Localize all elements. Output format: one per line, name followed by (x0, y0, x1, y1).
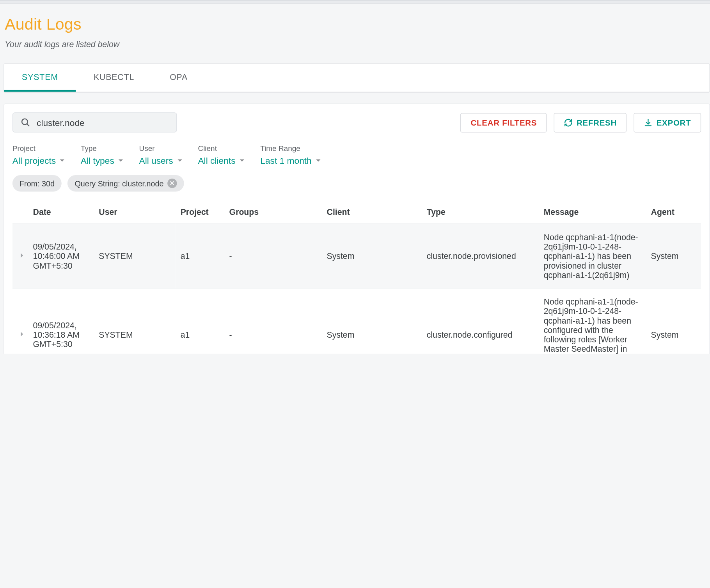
filter-range-dropdown[interactable]: Last 1 month (260, 155, 323, 165)
filter-chip[interactable]: From: 30d (12, 175, 62, 191)
filter-label: Project (12, 144, 68, 152)
filter-range: Time RangeLast 1 month (260, 144, 323, 166)
filter-project: ProjectAll projects (12, 144, 68, 166)
search-icon (20, 117, 31, 128)
cell-project: a1 (176, 288, 225, 354)
chevron-right-icon (17, 250, 27, 260)
search-input[interactable] (37, 117, 169, 128)
cell-expand (12, 224, 28, 288)
tab-kubectl[interactable]: KUBECTL (76, 64, 152, 92)
window-top-bar (0, 0, 710, 4)
filter-label: Type (81, 144, 126, 152)
tab-opa[interactable]: OPA (152, 64, 206, 92)
column-header-groups[interactable]: Groups (224, 200, 322, 224)
cell-groups: - (224, 288, 322, 354)
expand-row-button[interactable] (17, 329, 27, 338)
cell-date: 09/05/2024, 10:46:00 AM GMT+5:30 (28, 224, 94, 288)
column-header-message[interactable]: Message (539, 200, 646, 224)
cell-expand (12, 288, 28, 354)
cell-client: System (322, 224, 422, 288)
column-header-user[interactable]: User (94, 200, 176, 224)
column-header-type[interactable]: Type (422, 200, 539, 224)
export-button[interactable]: EXPORT (634, 113, 701, 132)
cell-type: cluster.node.configured (422, 288, 539, 354)
filter-panel: CLEAR FILTERS REFRESH EXPORT ProjectAll … (4, 103, 710, 354)
table-row: 09/05/2024, 10:36:18 AM GMT+5:30SYSTEMa1… (12, 288, 701, 354)
page-title: Audit Logs (5, 15, 710, 34)
refresh-icon (564, 118, 573, 127)
cell-message: Node qcphani-a1-1(node-2q61j9m-10-0-1-24… (539, 224, 646, 288)
svg-line-1 (27, 124, 29, 126)
cell-project: a1 (176, 224, 225, 288)
cell-groups: - (224, 224, 322, 288)
cell-agent: System (646, 224, 701, 288)
column-header-date[interactable]: Date (28, 200, 94, 224)
cell-user: SYSTEM (94, 288, 176, 354)
filter-user: UserAll users (139, 144, 185, 166)
filter-label: Time Range (260, 144, 323, 152)
refresh-button[interactable]: REFRESH (554, 113, 627, 132)
filter-user-dropdown[interactable]: All users (139, 155, 185, 165)
filter-project-dropdown[interactable]: All projects (12, 155, 68, 165)
filter-label: User (139, 144, 185, 152)
cell-date: 09/05/2024, 10:36:18 AM GMT+5:30 (28, 288, 94, 354)
chevron-down-icon (57, 155, 67, 165)
column-header-client[interactable]: Client (322, 200, 422, 224)
filter-client-dropdown[interactable]: All clients (198, 155, 247, 165)
column-header-project[interactable]: Project (176, 200, 225, 224)
close-icon[interactable]: ✕ (167, 179, 177, 188)
chevron-down-icon (237, 155, 247, 165)
filter-chip[interactable]: Query String: cluster.node✕ (67, 175, 184, 191)
download-icon (644, 118, 653, 127)
search-wrap (12, 112, 177, 133)
chevron-down-icon (313, 155, 323, 165)
column-header-agent[interactable]: Agent (646, 200, 701, 224)
chevron-down-icon (115, 155, 126, 165)
clear-filters-button[interactable]: CLEAR FILTERS (461, 113, 547, 132)
cell-agent: System (646, 288, 701, 354)
filter-client: ClientAll clients (198, 144, 247, 166)
tab-system[interactable]: SYSTEM (4, 64, 76, 92)
cell-message: Node qcphani-a1-1(node-2q61j9m-10-0-1-24… (539, 288, 646, 354)
cell-user: SYSTEM (94, 224, 176, 288)
filter-type-dropdown[interactable]: All types (81, 155, 126, 165)
chevron-right-icon (17, 329, 27, 338)
filter-label: Client (198, 144, 247, 152)
tabs-card: SYSTEMKUBECTLOPA (4, 63, 710, 93)
chevron-down-icon (174, 155, 185, 165)
audit-log-table: DateUserProjectGroupsClientTypeMessageAg… (12, 200, 701, 354)
table-row: 09/05/2024, 10:46:00 AM GMT+5:30SYSTEMa1… (12, 224, 701, 288)
cell-type: cluster.node.provisioned (422, 224, 539, 288)
filter-type: TypeAll types (81, 144, 126, 166)
expand-row-button[interactable] (17, 250, 27, 260)
page-subtitle: Your audit logs are listed below (5, 40, 710, 49)
cell-client: System (322, 288, 422, 354)
